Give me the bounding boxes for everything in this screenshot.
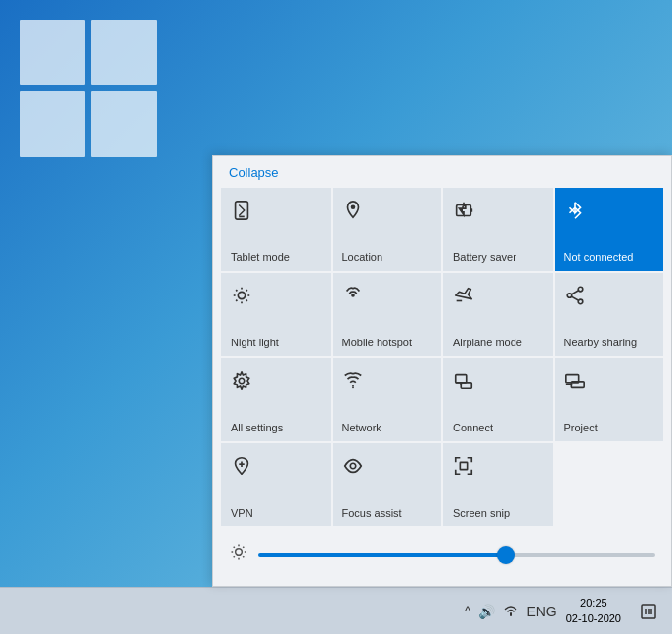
tile-vpn-label: VPN: [231, 507, 253, 519]
project-icon: [564, 370, 586, 396]
windows-logo: [20, 20, 176, 176]
volume-icon[interactable]: 🔊: [478, 604, 495, 619]
tile-nearby-sharing-label: Nearby sharing: [564, 337, 638, 348]
svg-line-47: [234, 556, 235, 557]
taskbar-date-value: 02-10-2020: [566, 611, 621, 626]
taskbar-time-value: 20:25: [566, 596, 621, 611]
svg-line-16: [246, 290, 247, 291]
tile-project[interactable]: Project: [555, 358, 664, 441]
svg-point-9: [238, 292, 245, 298]
brightness-icon: [229, 542, 248, 566]
tile-focus-assist-label: Focus assist: [342, 507, 402, 519]
battery-saver-icon: [453, 200, 474, 226]
svg-line-45: [243, 556, 244, 557]
tile-battery-saver[interactable]: Battery saver: [443, 188, 553, 271]
focus-assist-icon: [342, 455, 364, 481]
tile-night-light[interactable]: Night light: [221, 273, 331, 356]
tile-airplane-mode-label: Airplane mode: [453, 337, 522, 348]
svg-point-27: [352, 386, 354, 388]
bluetooth-icon: [564, 200, 586, 226]
screen-snip-icon: [453, 455, 474, 481]
tile-screen-snip-label: Screen snip: [453, 507, 510, 519]
network-icon: [342, 370, 364, 396]
all-settings-icon: [231, 370, 252, 396]
tile-network[interactable]: Network: [333, 358, 442, 441]
language-label[interactable]: ENG: [526, 604, 556, 619]
tile-all-settings[interactable]: All settings: [221, 358, 331, 441]
tile-nearby-sharing[interactable]: Nearby sharing: [555, 273, 664, 356]
taskbar-clock[interactable]: 20:25 02-10-2020: [566, 596, 621, 626]
collapse-label[interactable]: Collapse: [229, 165, 279, 180]
svg-point-39: [236, 549, 243, 556]
tile-focus-assist[interactable]: Focus assist: [333, 443, 442, 526]
tile-not-connected[interactable]: Not connected: [555, 188, 664, 271]
wifi-icon[interactable]: [503, 603, 518, 619]
svg-point-6: [350, 205, 355, 210]
tile-not-connected-label: Not connected: [564, 251, 634, 263]
tile-vpn[interactable]: VPN: [221, 443, 331, 526]
svg-point-21: [578, 299, 583, 304]
svg-line-24: [571, 296, 577, 300]
tile-battery-saver-label: Battery saver: [453, 251, 516, 263]
night-light-icon: [231, 285, 252, 311]
svg-line-46: [243, 547, 244, 548]
brightness-slider[interactable]: [258, 553, 655, 557]
svg-line-14: [236, 290, 237, 291]
svg-line-23: [571, 291, 577, 294]
action-center: Collapse Tablet mode Location: [212, 155, 672, 587]
nearby-sharing-icon: [564, 285, 586, 311]
taskbar-system-icons: ^ 🔊 ENG: [465, 603, 557, 619]
taskbar: ^ 🔊 ENG 20:25 02-10-2020: [0, 587, 672, 634]
svg-rect-29: [461, 383, 471, 388]
tile-night-light-label: Night light: [231, 337, 279, 348]
svg-point-25: [239, 378, 245, 384]
tile-mobile-hotspot[interactable]: Mobile hotspot: [333, 273, 442, 356]
connect-icon: [453, 370, 474, 396]
brightness-row: [213, 526, 671, 566]
svg-point-22: [567, 294, 572, 298]
tile-network-label: Network: [342, 422, 381, 433]
notification-center-button[interactable]: [633, 594, 664, 629]
tile-mobile-hotspot-label: Mobile hotspot: [342, 337, 413, 348]
svg-rect-38: [460, 462, 467, 469]
tablet-mode-icon: [231, 200, 252, 226]
taskbar-right: ^ 🔊 ENG 20:25 02-10-2020: [465, 594, 664, 629]
tile-airplane-mode[interactable]: Airplane mode: [443, 273, 553, 356]
svg-rect-28: [456, 375, 467, 383]
svg-line-17: [236, 300, 237, 301]
tile-tablet-mode[interactable]: Tablet mode: [221, 188, 331, 271]
vpn-icon: [231, 455, 252, 481]
tile-location[interactable]: Location: [333, 188, 442, 271]
tile-project-label: Project: [564, 422, 598, 433]
mobile-hotspot-icon: [342, 285, 364, 311]
tile-location-label: Location: [342, 251, 383, 263]
tile-connect[interactable]: Connect: [443, 358, 553, 441]
chevron-icon[interactable]: ^: [465, 604, 471, 619]
svg-line-15: [246, 300, 247, 301]
tile-screen-snip[interactable]: Screen snip: [443, 443, 553, 526]
tile-tablet-mode-label: Tablet mode: [231, 251, 290, 263]
svg-line-44: [234, 547, 235, 548]
svg-point-18: [351, 294, 355, 297]
svg-point-37: [350, 463, 356, 469]
location-icon: [342, 200, 364, 226]
collapse-row[interactable]: Collapse: [213, 156, 671, 188]
svg-rect-8: [470, 208, 472, 212]
svg-point-20: [578, 287, 583, 292]
quick-actions-grid: Tablet mode Location Battery saver: [213, 188, 671, 526]
airplane-mode-icon: [453, 285, 474, 311]
tile-connect-label: Connect: [453, 422, 493, 433]
tile-all-settings-label: All settings: [231, 422, 283, 433]
